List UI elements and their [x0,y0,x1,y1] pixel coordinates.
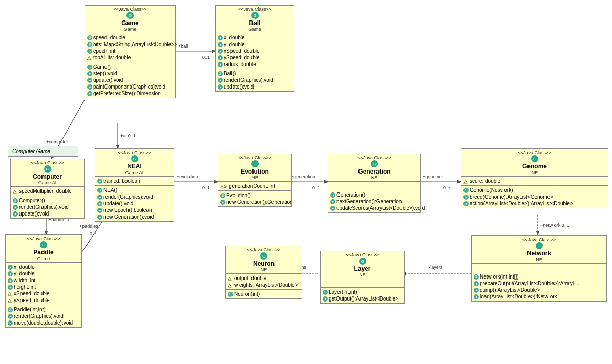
game-icon: G [126,12,134,19]
method-text: render(Graphics):void [19,204,69,210]
method-text: render(Graphics):void [103,194,153,200]
neai-class: <<Java Class>> G NEAI Game.AI ● trained:… [95,148,174,222]
game-package: Game [87,27,173,32]
network-method-1: ● prepareOutput(ArrayList<Double>):Array… [474,280,604,287]
neuron-icon: G [260,252,267,260]
paddle-attr-5: △ ySpeed: double [8,297,79,304]
computer-stereotype: <<Java Class>> [13,160,82,165]
computer-method-0: S Computer() [13,197,82,204]
vis-icon: ● [8,285,13,290]
vis-icon: S [463,188,469,193]
vis-icon: S [8,307,13,312]
computer-game-note: Computer Game [8,146,78,157]
vis-icon: ● [323,296,328,302]
layer-methods: S Layer(int,int) ● getOutput():ArrayList… [321,288,404,303]
vis-icon: △ [13,188,17,194]
vis-icon: ● [8,314,13,319]
vis-icon: S [87,65,92,70]
ball-attrs: ● x: double ● y: double ● xSpeed: double… [216,33,294,69]
vis-icon: ● [220,200,225,205]
ball-attr-3: ● ySpeed: double [218,54,292,61]
vis-icon: ● [218,55,223,60]
vis-icon: ● [218,42,223,47]
generation-class: <<Java Class>> G Generation NE ​ S Gener… [328,154,421,213]
attr-text: xSpeed: double [14,291,50,296]
neai-method-1: ● render(Graphics):void [97,194,172,200]
attr-text: y: double [14,271,35,276]
neuron-class: <<Java Class>> G Neuron NE △ output: dou… [225,246,302,299]
genome-attrs: △ score: double [461,177,608,186]
method-text: step():void [93,71,117,76]
game-attr-0: S speed: double [87,34,173,41]
ball-classname: Ball [218,19,292,27]
attr-text: topAHits: double [93,55,131,60]
neuron-classname: Neuron [228,260,300,267]
paddle-method-0: S Paddle(int,int) [8,306,79,313]
method-text: paintComponent(Graphics):void [93,84,165,90]
vis-icon: S [87,42,92,47]
layer-header: <<Java Class>> G Layer NE [321,251,404,279]
vis-icon: ● [474,294,479,299]
method-text: getOutput():ArrayList<Double> [329,296,398,302]
game-attr-2: S epoch: int [87,48,173,54]
game-method-3: ● paintComponent(Graphics):void [87,83,173,90]
vis-icon: ● [87,91,92,96]
layer-classname: Layer [323,265,402,272]
svg-text:0..*: 0..* [90,231,97,237]
vis-icon: △ [228,282,232,288]
ball-methods: S Ball() ● render(Graphics):void ● updat… [216,69,294,91]
svg-text:+ball: +ball [178,44,188,49]
genome-class: <<Java Class>> G Genome NE △ score: doub… [461,148,608,208]
evolution-method-1: ● new Generation():Generation [220,199,289,205]
vis-icon: ● [218,84,223,90]
ball-method-1: ● render(Graphics):void [218,77,292,83]
neuron-header: <<Java Class>> G Neuron NE [226,246,302,274]
genome-methods: S Genome(Netw ork) ● breed(Genome):Array… [461,186,608,208]
vis-icon: ● [87,78,92,83]
layer-method-0: S Layer(int,int) [323,289,402,295]
layer-method-1: ● getOutput():ArrayList<Double> [323,295,402,302]
game-method-4: ● getPreferredSize():Dimension [87,90,173,97]
computer-attr-0: △ speedMultiplier: double [13,188,82,195]
attr-text: generationCount: int [229,183,275,189]
vis-icon: S [228,292,233,297]
ball-method-2: ● update():void [218,83,292,90]
method-text: getPreferredSize():Dimension [93,91,161,96]
network-attrs: ​ [472,264,606,272]
generation-attrs: ​ [328,182,420,190]
generation-classname: Generation [330,168,418,175]
neai-attr-0: ● trained: boolean [97,178,172,184]
method-text: NEA() [103,187,117,193]
neai-method-2: ● update():void [97,200,172,207]
vis-icon: △ [8,291,12,296]
attr-text: score: double [470,178,500,184]
layer-class: <<Java Class>> G Layer NE ​ S Layer(int,… [320,251,405,304]
vis-icon: S [87,49,92,54]
vis-icon: ● [463,201,469,206]
method-text: action(ArrayList<Double>):ArrayList<Doub… [470,201,573,206]
network-stereotype: <<Java Class>> [474,237,604,242]
method-text: new Generation():void [103,214,154,220]
vis-icon: ● [463,195,469,200]
neuron-package: NE [228,267,300,272]
generation-methods: S Generation() ● nextGeneration():Genera… [328,190,420,212]
vis-icon: S [330,192,335,198]
vis-icon: S [220,193,225,198]
vis-icon: ● [218,35,223,40]
computer-attrs: △ speedMultiplier: double [11,187,84,196]
attr-text: x: double [14,264,35,270]
vis-icon: ● [8,265,13,270]
method-text: nextGeneration():Generation [336,199,402,204]
genome-method-2: ● action(ArrayList<Double>):ArrayList<Do… [463,200,606,207]
svg-text:+evolution: +evolution [177,174,198,179]
paddle-method-1: ● render(Graphics):void [8,313,79,319]
genome-method-1: ● breed(Genome):ArrayList<Genome> [463,194,606,200]
ball-package: Game [218,27,292,32]
attr-text: y: double [224,41,245,47]
paddle-attr-3: ● height: int [8,284,79,290]
paddle-class: <<Java Class>> G Paddle Game ● x: double… [5,234,82,328]
genome-method-0: S Genome(Netw ork) [463,187,606,194]
game-class: <<Java Class>> G Game Game S speed: doub… [85,5,176,98]
game-header: <<Java Class>> G Game Game [85,6,175,33]
ball-method-0: S Ball() [218,70,292,77]
